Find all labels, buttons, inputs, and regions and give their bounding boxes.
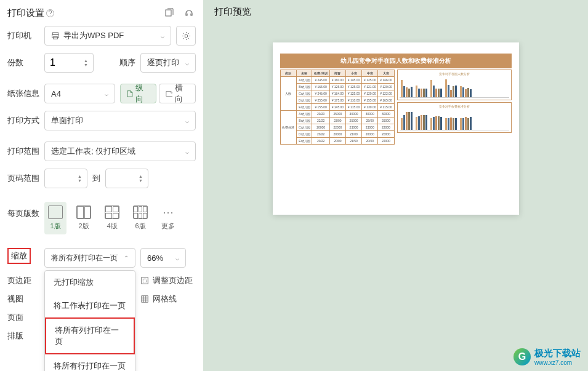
pages-label: 页码范围 [7, 173, 39, 184]
paper-label: 纸张信息 [7, 88, 39, 99]
panel-title: 打印设置 ? [7, 7, 54, 19]
paper-size-select[interactable]: A4 ⌵ [44, 84, 115, 103]
gear-icon [182, 31, 191, 41]
adjust-margin-button[interactable]: 调整页边距 [140, 275, 193, 286]
layout-4-button[interactable]: 4版 [101, 202, 123, 234]
scale-option-cols[interactable]: 将所有列打印在一页 [45, 317, 135, 354]
chevron-down-icon: ⌵ [185, 118, 189, 124]
copies-label: 份数 [7, 57, 39, 68]
view-label: 视图 [7, 293, 39, 305]
layout-2-button[interactable]: 2版 [73, 202, 95, 234]
doc-table: 类别名称收费/培训托管小班中班大班人数A幼儿园¥ 245.00¥ 160.00¥… [280, 70, 395, 145]
preview-panel: 打印预览 幼儿园竞争对手在园人数和收费标准分析 类别名称收费/培训托管小班中班大… [203, 0, 588, 371]
printer-select[interactable]: 导出为WPS PDF ⌵ [44, 26, 171, 46]
chevron-down-icon: ⌵ [161, 33, 164, 39]
method-label: 打印方式 [7, 115, 39, 126]
svg-rect-6 [143, 279, 146, 282]
svg-rect-1 [53, 33, 58, 35]
chevron-down-icon: ⌵ [175, 255, 179, 261]
watermark-logo-icon: G [513, 348, 531, 365]
scale-option-none[interactable]: 无打印缩放 [45, 271, 135, 294]
window-icon[interactable] [163, 6, 176, 20]
chevron-down-icon: ⌵ [105, 90, 108, 97]
svg-rect-0 [166, 10, 171, 16]
order-select[interactable]: 逐页打印 ⌵ [140, 53, 196, 73]
layout-more-button[interactable]: ⋯更多 [158, 202, 179, 234]
grid-icon [140, 295, 149, 303]
scale-label: 缩放 [7, 248, 39, 264]
range-label: 打印范围 [7, 146, 39, 157]
chevron-down-icon: ⌵ [185, 148, 189, 155]
layout-label: 每页版数 [7, 199, 39, 219]
printer-settings-button[interactable] [176, 26, 196, 46]
layout-1-button[interactable]: 1版 [44, 202, 66, 234]
scale-option-sheet[interactable]: 将工作表打印在一页 [45, 294, 135, 317]
gridlines-button[interactable]: 网格线 [140, 293, 177, 305]
margin-icon [140, 276, 149, 285]
printer-icon [51, 31, 60, 40]
range-select[interactable]: 选定工作表; 仅打印区域 ⌵ [44, 142, 196, 161]
chevron-down-icon: ⌵ [185, 60, 189, 66]
margin-label: 页边距 [7, 275, 39, 286]
doc-title: 幼儿园竞争对手在园人数和收费标准分析 [280, 54, 512, 68]
watermark: G 极光下载站 www.xz7.com [513, 348, 581, 366]
scale-option-rows[interactable]: 将所有行打印在一页 [45, 354, 135, 371]
help-icon[interactable]: ? [46, 9, 54, 17]
chevron-up-icon: ⌃ [124, 255, 129, 261]
printer-label: 打印机 [7, 30, 39, 41]
settings-panel: 打印设置 ? 打印机 导出为WPS PDF ⌵ [0, 0, 203, 371]
preview-page: 幼儿园竞争对手在园人数和收费标准分析 类别名称收费/培训托管小班中班大班人数A幼… [273, 42, 519, 215]
copies-stepper[interactable]: 1 ▲▼ [44, 53, 94, 73]
order-label: 顺序 [119, 57, 135, 68]
scale-select[interactable]: 将所有列打印在一页 ⌃ [44, 248, 135, 268]
page-landscape-icon [166, 90, 172, 97]
svg-rect-5 [142, 277, 148, 284]
page-portrait-icon [127, 90, 133, 98]
pages-to-label: 到 [92, 173, 100, 184]
chart-2: 竞争对手收费标准分析 [397, 102, 512, 133]
page-to-stepper[interactable]: ▲▼ [105, 169, 148, 188]
landscape-button[interactable]: 横向 [159, 84, 196, 103]
portrait-button[interactable]: 纵向 [120, 84, 156, 103]
chart-1: 竞争对手在园人数分析 [397, 70, 512, 100]
layout-6-button[interactable]: 6版 [129, 202, 151, 234]
scale-dropdown: 无打印缩放 将工作表打印在一页 将所有列打印在一页 将所有行打印在一页 自定义缩… [44, 270, 135, 371]
scale-percent-select[interactable]: 66% ⌵ [140, 248, 186, 268]
headset-icon[interactable] [182, 6, 196, 20]
svg-point-4 [185, 34, 188, 38]
page-label: 页面 [7, 312, 39, 323]
page-from-stepper[interactable]: ▲▼ [44, 169, 87, 188]
last-label: 排版 [7, 330, 39, 341]
method-select[interactable]: 单面打印 ⌵ [44, 111, 196, 130]
preview-title: 打印预览 [214, 6, 577, 18]
